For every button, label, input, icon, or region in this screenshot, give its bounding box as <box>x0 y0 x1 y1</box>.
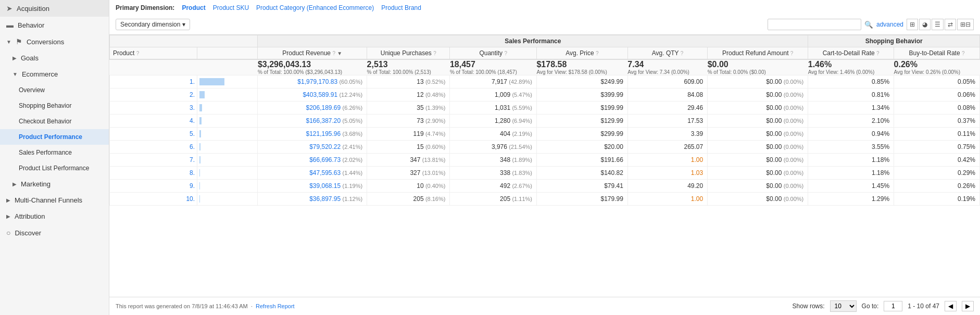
product-bar-cell <box>197 128 258 141</box>
buy-rate-cell: 0.37% <box>894 115 980 128</box>
sidebar-item-acquisition[interactable]: ➤ Acquisition <box>0 0 109 17</box>
revenue-cell: $36,897.95 (1.12%) <box>258 193 367 206</box>
row-number: 4. <box>110 115 197 128</box>
primary-dim-label: Primary Dimension: <box>116 4 174 11</box>
avg-qty-cell: 609.00 <box>627 75 707 89</box>
table-row: 9.$39,068.15 (1.19%)10 (0.40%)492 (2.67%… <box>110 180 980 193</box>
sidebar-multi-channel-label: Multi-Channel Funnels <box>15 196 82 204</box>
pie-view-button[interactable]: ◕ <box>919 19 931 30</box>
buy-rate-cell: 0.26% <box>894 180 980 193</box>
column-group-row: Sales Performance Shopping Behavior <box>110 35 980 47</box>
refund-help-icon: ? <box>790 51 794 56</box>
refund-cell: $0.00 (0.00%) <box>708 154 808 167</box>
secondary-dim-button[interactable]: Secondary dimension ▾ <box>116 19 190 30</box>
prev-page-button[interactable]: ◀ <box>945 301 957 311</box>
cart-rate-cell: 2.10% <box>808 115 894 128</box>
sidebar-product-performance-label: Product Performance <box>19 133 82 141</box>
quantity-cell: 404 (2.19%) <box>450 128 537 141</box>
footer: This report was generated on 7/8/19 at 1… <box>109 297 980 315</box>
next-page-button[interactable]: ▶ <box>962 301 974 311</box>
th-bar <box>197 47 258 60</box>
th-product: Product ? <box>110 47 197 60</box>
quantity-cell: 1,280 (6.94%) <box>450 115 537 128</box>
dim-category-link[interactable]: Product Category (Enhanced Ecommerce) <box>256 4 374 11</box>
search-input[interactable] <box>768 19 861 30</box>
avg-price-help-icon: ? <box>596 51 599 56</box>
dim-product-link[interactable]: Product <box>182 4 205 11</box>
sidebar-item-multi-channel[interactable]: ▶ Multi-Channel Funnels <box>0 192 109 208</box>
unique-purchases-cell: 347 (13.81%) <box>367 154 450 167</box>
sidebar-item-conversions[interactable]: ▼ ⚑ Conversions <box>0 33 109 50</box>
avg-qty-cell: 29.46 <box>627 102 707 115</box>
multi-channel-arrow-icon: ▶ <box>6 197 10 203</box>
table-row: 7.$66,696.73 (2.02%)347 (13.81%)348 (1.8… <box>110 154 980 167</box>
advanced-link[interactable]: advanced <box>876 21 903 28</box>
buy-rate-cell: 0.05% <box>894 75 980 89</box>
summary-bar-col <box>197 59 258 75</box>
search-button[interactable]: 🔍 <box>864 21 873 29</box>
dim-sku-link[interactable]: Product SKU <box>213 4 249 11</box>
avg-price-cell: $179.99 <box>536 193 627 206</box>
sidebar-sales-performance-label: Sales Performance <box>19 149 72 156</box>
th-avg-price[interactable]: Avg. Price ? <box>536 47 627 60</box>
show-rows-label: Show rows: <box>793 303 825 310</box>
summary-quantity: 18,457 % of Total: 100.00% (18,457) <box>450 59 537 75</box>
goto-page-input[interactable] <box>884 301 902 311</box>
unique-purchases-cell: 15 (0.60%) <box>367 141 450 154</box>
row-number: 8. <box>110 167 197 180</box>
row-number: 9. <box>110 180 197 193</box>
data-table-container: Sales Performance Shopping Behavior Prod… <box>109 35 980 297</box>
buy-rate-cell: 0.29% <box>894 167 980 180</box>
data-table: Sales Performance Shopping Behavior Prod… <box>109 35 980 206</box>
sidebar-item-product-performance[interactable]: Product Performance <box>0 129 109 145</box>
dim-brand-link[interactable]: Product Brand <box>381 4 421 11</box>
th-unique-purchases[interactable]: Unique Purchases ? <box>367 47 450 60</box>
avg-qty-cell: 49.20 <box>627 180 707 193</box>
th-quantity[interactable]: Quantity ? <box>450 47 537 60</box>
table-row: 10.$36,897.95 (1.12%)205 (8.16%)205 (1.1… <box>110 193 980 206</box>
sidebar-item-product-list-performance[interactable]: Product List Performance <box>0 160 109 176</box>
avg-qty-cell: 1.03 <box>627 167 707 180</box>
summary-refund: $0.00 % of Total: 0.00% ($0.00) <box>708 59 808 75</box>
th-revenue[interactable]: Product Revenue ? ▼ <box>258 47 367 60</box>
th-avg-qty[interactable]: Avg. QTY ? <box>627 47 707 60</box>
sidebar-item-overview[interactable]: Overview <box>0 82 109 98</box>
cart-rate-cell: 1.18% <box>808 167 894 180</box>
product-bar-cell <box>197 115 258 128</box>
unique-purchases-cell: 119 (4.74%) <box>367 128 450 141</box>
refund-cell: $0.00 (0.00%) <box>708 102 808 115</box>
unique-purchases-cell: 327 (13.01%) <box>367 167 450 180</box>
sidebar-item-ecommerce[interactable]: ▼ Ecommerce <box>0 66 109 82</box>
refresh-report-link[interactable]: Refresh Report <box>256 303 295 309</box>
sidebar-item-discover[interactable]: ○ Discover <box>0 224 109 241</box>
revenue-cell: $39,068.15 (1.19%) <box>258 180 367 193</box>
sidebar-item-attribution[interactable]: ▶ Attribution <box>0 208 109 224</box>
sidebar-item-goals[interactable]: ▶ Goals <box>0 50 109 66</box>
sidebar-item-marketing[interactable]: ▶ Marketing <box>0 176 109 192</box>
sidebar-item-checkout-behavior[interactable]: Checkout Behavior <box>0 114 109 129</box>
compare-view-button[interactable]: ⇄ <box>945 19 956 30</box>
th-buy[interactable]: Buy-to-Detail Rate ? <box>894 47 980 60</box>
grid-view-button[interactable]: ⊞ <box>907 19 918 30</box>
revenue-cell: $166,387.20 (5.05%) <box>258 115 367 128</box>
cart-rate-cell: 1.45% <box>808 180 894 193</box>
product-bar-cell <box>197 154 258 167</box>
refund-cell: $0.00 (0.00%) <box>708 180 808 193</box>
product-help-icon: ? <box>136 51 140 56</box>
sidebar-item-behavior[interactable]: ▬ Behavior <box>0 17 109 33</box>
pivot-view-button[interactable]: ⊞⊟ <box>957 19 974 30</box>
th-refund[interactable]: Product Refund Amount ? <box>708 47 808 60</box>
sidebar-behavior-label: Behavior <box>18 21 44 29</box>
sidebar-item-shopping-behavior[interactable]: Shopping Behavior <box>0 98 109 114</box>
list-view-button[interactable]: ☰ <box>932 19 944 30</box>
secondary-dim-arrow-icon: ▾ <box>182 21 185 28</box>
sidebar-item-sales-performance[interactable]: Sales Performance <box>0 145 109 160</box>
quantity-cell: 348 (1.89%) <box>450 154 537 167</box>
cart-rate-cell: 1.29% <box>808 193 894 206</box>
footer-generated-text: This report was generated on 7/8/19 at 1… <box>116 303 295 309</box>
refund-cell: $0.00 (0.00%) <box>708 128 808 141</box>
rows-per-page-select[interactable]: 10 25 50 100 <box>830 300 857 312</box>
avg-price-cell: $129.99 <box>536 115 627 128</box>
th-cart[interactable]: Cart-to-Detail Rate ? <box>808 47 894 60</box>
goto-label: Go to: <box>862 303 879 310</box>
